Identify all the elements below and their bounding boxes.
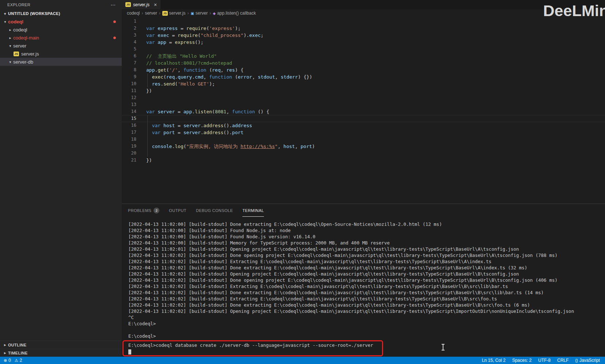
chevron-down-icon: ▾	[7, 60, 13, 64]
code-line[interactable]: 16 var host = server.address().address	[122, 122, 605, 129]
breadcrumb-item[interactable]: codeql	[127, 11, 140, 16]
code-line-text: })	[146, 87, 152, 94]
tree-item-codeql[interactable]: ▾codeql	[0, 18, 122, 26]
code-line[interactable]: 8app.get('/', function (req, res) {	[122, 67, 605, 73]
tree-item-server[interactable]: ▾server	[0, 42, 122, 50]
js-file-icon: JS	[162, 11, 168, 16]
terminal-line: [2022-04-13 11:02:02] [build-stdout] Ext…	[128, 296, 605, 302]
status-bar-left: ⊗0⚠2	[0, 358, 22, 363]
modified-dot-icon	[113, 20, 116, 23]
code-line[interactable]: 1	[122, 18, 605, 25]
status-cursor-position-label: Ln 15, Col 2	[482, 358, 506, 363]
workspace-header[interactable]: ▾ UNTITLED (WORKSPACE)	[0, 10, 122, 18]
terminal-line: [2022-04-13 11:02:01] [build-stdout] Ope…	[128, 246, 605, 252]
tree-item-codeql[interactable]: ▸codeql	[0, 26, 122, 34]
line-number: 18	[122, 136, 136, 143]
breadcrumb: codeql›server›JSserver.js›▣server›◆app.l…	[122, 9, 605, 17]
breadcrumb-item[interactable]: ▣server	[190, 11, 208, 16]
terminal-output[interactable]: [2022-04-13 11:02:00] [build-stdout] Don…	[122, 217, 605, 357]
terminal-line: [2022-04-13 11:02:02] [build-stdout] Ext…	[128, 283, 605, 289]
code-line[interactable]: 11})	[122, 87, 605, 94]
tree-item-server-db[interactable]: ▾server-db	[0, 58, 122, 66]
status-errors-value: 0	[8, 358, 11, 363]
code-editor[interactable]: 12var express = require('express');3var …	[122, 17, 605, 204]
code-line[interactable]: 17 var port = server.address().port	[122, 129, 605, 136]
chevron-right-icon: ▸	[2, 351, 8, 355]
outline-section[interactable]: ▸ OUTLINE	[0, 341, 122, 349]
terminal-line: [2022-04-13 11:02:00] [build-stdout] Don…	[128, 221, 605, 227]
code-line[interactable]: 15	[122, 115, 605, 122]
code-line[interactable]: 13	[122, 101, 605, 108]
indent-guide	[147, 73, 148, 87]
code-line-text: res.send('Hello GET');	[146, 80, 215, 87]
tree-item-codeql-main[interactable]: ▸codeql-main	[0, 34, 122, 42]
status-warnings[interactable]: ⚠2	[15, 358, 22, 363]
workspace-label: UNTITLED (WORKSPACE)	[8, 11, 60, 16]
panel-tab-label: DEBUG CONSOLE	[196, 208, 233, 213]
js-file-icon: JS	[14, 52, 19, 56]
js-file-icon: JS	[125, 2, 131, 7]
code-line[interactable]: 19 console.log("应用实例, 访问地址为 http://%s:%s…	[122, 143, 605, 150]
breadcrumb-item[interactable]: JSserver.js	[162, 11, 186, 16]
code-line[interactable]: 9 exec(req.query.cmd, function (error, s…	[122, 73, 605, 80]
line-number: 10	[122, 80, 136, 87]
code-line[interactable]: 21})	[122, 157, 605, 164]
code-line[interactable]: 2var express = require('express');	[122, 25, 605, 32]
code-line[interactable]: 12	[122, 94, 605, 101]
file-tree: ▾codeql▸codeql▸codeql-main▾serverJSserve…	[0, 18, 122, 66]
close-icon[interactable]: ×	[154, 2, 157, 8]
status-language-mode[interactable]: {}JavaScript	[575, 358, 600, 363]
panel-tab-output[interactable]: OUTPUT	[169, 204, 186, 217]
code-line[interactable]: 5	[122, 46, 605, 53]
line-number: 16	[122, 122, 136, 129]
line-number: 17	[122, 129, 136, 136]
code-line-text: })	[146, 157, 152, 164]
breadcrumb-separator: ›	[209, 11, 211, 16]
line-number: 6	[122, 53, 136, 60]
terminal-line: [2022-04-13 11:02:00] [build-stdout] Mem…	[128, 240, 605, 246]
status-indentation[interactable]: Spaces: 2	[512, 358, 532, 363]
code-line[interactable]: 6// 主页输出 "Hello World"	[122, 53, 605, 60]
breadcrumb-item[interactable]: ◆app.listen() callback	[213, 11, 256, 16]
terminal-command-line: E:\codeql>codeql database create ./serve…	[128, 342, 382, 348]
code-line[interactable]: 10 res.send('Hello GET');	[122, 80, 605, 87]
breadcrumb-label: server	[145, 11, 157, 16]
panel-tab-problems[interactable]: PROBLEMS2	[128, 204, 159, 217]
status-warnings-value: 2	[20, 358, 22, 363]
terminal-line: ^C	[128, 314, 605, 321]
indent-guide	[147, 115, 148, 157]
tab-server-js[interactable]: JS server.js ×	[122, 0, 160, 9]
code-line[interactable]: 18	[122, 136, 605, 143]
tree-item-label: server-db	[13, 59, 33, 65]
warning-icon: ⚠	[15, 358, 18, 363]
status-encoding[interactable]: UTF-8	[538, 358, 551, 363]
sidebar-spacer	[0, 66, 122, 341]
breadcrumb-item[interactable]: server	[145, 11, 157, 16]
code-line-text: app.get('/', function (req, res) {	[146, 67, 243, 73]
vscode-window: EXPLORER ⋯ ▾ UNTITLED (WORKSPACE) ▾codeq…	[0, 0, 605, 357]
code-line[interactable]: 7// localhost:8081/?cmd=notepad	[122, 60, 605, 67]
breadcrumb-label: app.listen() callback	[217, 11, 256, 16]
line-number: 5	[122, 46, 136, 53]
status-cursor-position[interactable]: Ln 15, Col 2	[482, 358, 506, 363]
status-errors[interactable]: ⊗0	[4, 358, 11, 363]
code-line[interactable]: 4var app = express();	[122, 39, 605, 46]
terminal-line: E:\codeql>	[128, 333, 605, 339]
status-eol[interactable]: CRLF	[557, 358, 568, 363]
code-line[interactable]: 20	[122, 150, 605, 157]
modified-dot-icon	[113, 37, 116, 39]
code-line[interactable]: 14var server = app.listen(8081, function…	[122, 108, 605, 115]
panel-tab-terminal[interactable]: TERMINAL	[242, 204, 264, 217]
timeline-section[interactable]: ▸ TIMELINE	[0, 349, 122, 357]
annotation-red-box: E:\codeql>codeql database create ./serve…	[122, 340, 383, 356]
ellipsis-icon[interactable]: ⋯	[111, 2, 116, 8]
editor-area: JS server.js × codeql›server›JSserver.js…	[122, 0, 605, 357]
terminal-line: [2022-04-13 11:02:02] [build-stdout] Ope…	[128, 308, 605, 314]
tree-item-server.js[interactable]: JSserver.js	[0, 50, 122, 58]
line-number: 15	[122, 115, 136, 122]
terminal-line: [2022-04-13 11:02:02] [build-stdout] Don…	[128, 302, 605, 308]
panel-tab-debug-console[interactable]: DEBUG CONSOLE	[196, 204, 233, 217]
code-line[interactable]: 3var exec = require("child_process").exe…	[122, 32, 605, 39]
line-number: 14	[122, 108, 136, 115]
timeline-label: TIMELINE	[8, 351, 28, 355]
